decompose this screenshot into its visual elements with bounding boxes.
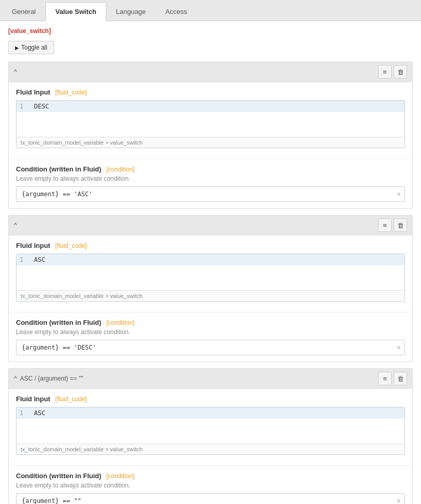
block-3-fluid-tag: [fluid_code] <box>55 396 87 403</box>
block-1-code-editor[interactable]: 1 DESC tx_tonic_domain_model_variable > … <box>16 100 405 148</box>
block-1-condition-section: Condition (written in Fluid) [condition]… <box>9 159 412 208</box>
block-2-header: ^ ≡ 🗑 <box>9 215 412 235</box>
block-2-condition-label: Condition (written in Fluid) [condition] <box>16 319 405 326</box>
block-3-code-empty <box>17 419 404 444</box>
block-2-fluid-tag: [fluid_code] <box>55 242 87 249</box>
block-2-code-value: ASC <box>34 256 401 263</box>
toggle-all-label: Toggle all <box>21 44 47 51</box>
block-3-code-line: 1 ASC <box>17 407 404 419</box>
switch-block-3: ^ ASC / {argument} == "" ≡ 🗑 Fluid Input… <box>8 368 413 504</box>
block-1-line-number: 1 <box>20 103 30 110</box>
block-3-body: Fluid Input [fluid_code] 1 ASC tx_tonic_… <box>9 389 412 465</box>
block-1-code-path: tx_tonic_domain_model_variable > value_s… <box>17 137 404 148</box>
block-2-code-empty <box>17 265 404 290</box>
block-2-code-path: tx_tonic_domain_model_variable > value_s… <box>17 290 404 301</box>
block-1-condition-tag: [condition] <box>106 166 135 173</box>
block-3-code-value: ASC <box>34 410 401 417</box>
block-3-fluid-label: Fluid Input [fluid_code] <box>16 395 405 403</box>
block-1-code-value: DESC <box>34 103 401 110</box>
block-2-condition-section: Condition (written in Fluid) [condition]… <box>9 312 412 361</box>
block-1-delete-btn[interactable]: 🗑 <box>394 65 407 78</box>
block-2-body: Fluid Input [fluid_code] 1 ASC tx_tonic_… <box>9 235 412 312</box>
block-3-condition-clear-btn[interactable]: × <box>397 497 401 504</box>
block-1-header-left: ^ <box>14 68 20 75</box>
block-3-reorder-btn[interactable]: ≡ <box>378 372 392 385</box>
block-3-code-path: tx_tonic_domain_model_variable > value_s… <box>17 444 404 454</box>
block-1-fluid-tag: [fluid_code] <box>55 89 87 96</box>
block-1-body: Fluid Input [fluid_code] 1 DESC tx_tonic… <box>9 82 412 159</box>
tab-language[interactable]: Language <box>106 2 156 21</box>
section-label: [value_switch] <box>8 27 413 35</box>
block-3-condition-label: Condition (written in Fluid) [condition] <box>16 472 405 480</box>
main-content: [value_switch] ▶ Toggle all ^ ≡ 🗑 Fluid … <box>0 21 421 504</box>
toggle-all-button[interactable]: ▶ Toggle all <box>8 41 54 54</box>
block-3-header-left: ^ ASC / {argument} == "" <box>14 375 83 382</box>
block-1-header: ^ ≡ 🗑 <box>9 62 412 82</box>
block-3-condition-input[interactable] <box>16 493 405 504</box>
tab-access[interactable]: Access <box>156 2 197 21</box>
block-2-code-line: 1 ASC <box>17 254 404 265</box>
block-1-condition-label: Condition (written in Fluid) [condition] <box>16 165 405 173</box>
block-2-caret[interactable]: ^ <box>14 222 17 229</box>
block-3-condition-hint: Leave empty to always activate condition… <box>16 482 405 489</box>
block-3-condition-tag: [condition] <box>106 472 135 480</box>
block-3-extra: ASC / {argument} == "" <box>20 375 84 382</box>
block-2-header-left: ^ <box>14 222 20 229</box>
tab-general[interactable]: General <box>2 2 45 21</box>
block-2-condition-tag: [condition] <box>106 319 135 326</box>
block-2-condition-input[interactable] <box>16 340 405 355</box>
toggle-arrow-icon: ▶ <box>15 45 19 51</box>
switch-block-2: ^ ≡ 🗑 Fluid Input [fluid_code] 1 ASC tx_… <box>8 215 413 362</box>
block-1-condition-input-wrap: × <box>16 186 405 202</box>
block-3-header: ^ ASC / {argument} == "" ≡ 🗑 <box>9 369 412 389</box>
block-3-code-editor[interactable]: 1 ASC tx_tonic_domain_model_variable > v… <box>16 407 405 455</box>
block-3-delete-btn[interactable]: 🗑 <box>394 372 407 385</box>
block-3-condition-input-wrap: × <box>16 493 405 504</box>
block-2-fluid-label: Fluid Input [fluid_code] <box>16 242 405 249</box>
block-1-condition-hint: Leave empty to always activate condition… <box>16 175 405 182</box>
block-3-condition-section: Condition (written in Fluid) [condition]… <box>9 465 412 504</box>
block-3-caret[interactable]: ^ <box>14 375 17 382</box>
block-1-code-empty <box>17 112 404 137</box>
block-3-line-number: 1 <box>20 410 30 417</box>
tab-bar: General Value Switch Language Access <box>0 0 421 21</box>
block-2-reorder-btn[interactable]: ≡ <box>378 218 392 232</box>
tab-value-switch[interactable]: Value Switch <box>45 2 106 21</box>
block-2-condition-hint: Leave empty to always activate condition… <box>16 328 405 336</box>
switch-block-1: ^ ≡ 🗑 Fluid Input [fluid_code] 1 DESC tx… <box>8 61 413 209</box>
block-3-header-right: ≡ 🗑 <box>378 372 407 385</box>
block-1-reorder-btn[interactable]: ≡ <box>378 65 392 78</box>
block-2-line-number: 1 <box>20 256 30 263</box>
block-2-code-editor[interactable]: 1 ASC tx_tonic_domain_model_variable > v… <box>16 254 405 302</box>
block-1-condition-clear-btn[interactable]: × <box>397 190 401 198</box>
block-2-condition-input-wrap: × <box>16 340 405 355</box>
block-1-header-right: ≡ 🗑 <box>378 65 407 78</box>
block-2-delete-btn[interactable]: 🗑 <box>394 218 407 232</box>
block-2-condition-clear-btn[interactable]: × <box>397 343 401 352</box>
block-1-caret[interactable]: ^ <box>14 68 17 75</box>
block-1-condition-input[interactable] <box>16 186 405 202</box>
block-2-header-right: ≡ 🗑 <box>378 218 407 232</box>
block-1-code-line: 1 DESC <box>17 101 404 112</box>
block-1-fluid-label: Fluid Input [fluid_code] <box>16 88 405 96</box>
